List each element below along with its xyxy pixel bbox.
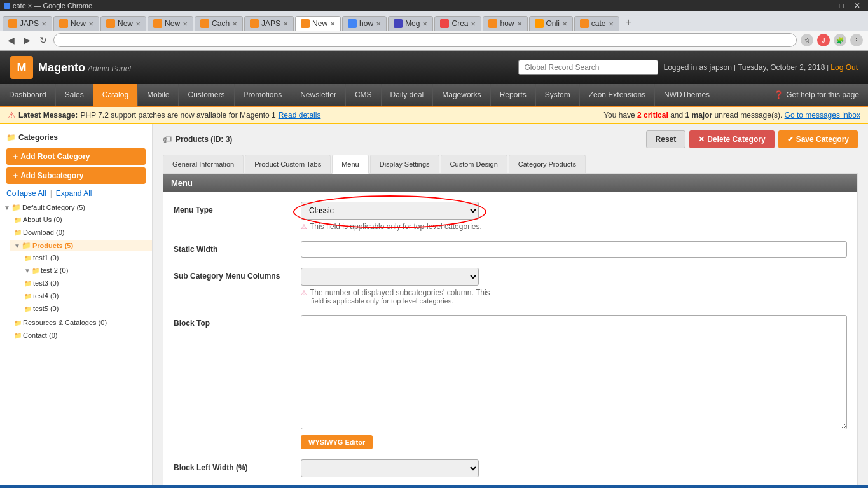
menu-type-select[interactable]: Classic Mega Menu Accordion [301, 202, 479, 220]
extension-icon[interactable]: 🧩 [834, 34, 846, 46]
browser-tab-meg[interactable]: Meg ✕ [388, 16, 433, 31]
nav-mobile[interactable]: Mobile [138, 84, 179, 106]
tab-close-icon[interactable]: ✕ [422, 20, 427, 27]
add-root-category-button[interactable]: + Add Root Category [6, 148, 146, 165]
nav-cms[interactable]: CMS [346, 84, 382, 106]
block-top-textarea[interactable] [301, 315, 847, 429]
browser-tab-onli[interactable]: Onli ✕ [529, 16, 573, 31]
tree-row-resources[interactable]: 📁 Resources & Cataloges (0) [10, 317, 152, 328]
nav-help[interactable]: ❓ Get help for this page [765, 84, 868, 106]
tree-row-products[interactable]: ▼ 📁 Products (5) [10, 240, 152, 251]
tree-row-download[interactable]: 📁 Download (0) [10, 227, 152, 237]
logout-link[interactable]: Log Out [830, 63, 858, 72]
tab-close-icon[interactable]: ✕ [41, 20, 46, 27]
tab-close-icon[interactable]: ✕ [135, 20, 141, 27]
block-left-width-select[interactable] [301, 459, 479, 477]
block-top-control: WYSIWYG Editor [301, 315, 847, 449]
maximize-button[interactable]: □ [836, 1, 848, 10]
tab-close-icon[interactable]: ✕ [283, 20, 288, 27]
static-width-input[interactable] [301, 241, 847, 258]
tab-general-information[interactable]: General Information [163, 155, 244, 173]
reset-button[interactable]: Reset [646, 130, 686, 148]
sidebar-collapse-controls: Collapse All | Expand All [0, 186, 152, 200]
browser-tab-new2[interactable]: New ✕ [100, 16, 146, 31]
bookmark-icon[interactable]: ☆ [801, 34, 813, 46]
nav-newsletter[interactable]: Newsletter [291, 84, 346, 106]
tab-close-icon[interactable]: ✕ [88, 20, 93, 27]
tree-label-test3: test3 (0) [33, 279, 59, 287]
global-search-input[interactable] [518, 60, 658, 75]
tab-product-custom-tabs[interactable]: Product Custom Tabs [245, 155, 331, 173]
nav-bar: Dashboard Sales Catalog Mobile Customers… [0, 84, 868, 107]
nav-sales[interactable]: Sales [56, 84, 93, 106]
browser-tab-cach[interactable]: Cach ✕ [195, 16, 243, 31]
tab-category-products[interactable]: Category Products [509, 155, 586, 173]
browser-tab-new3[interactable]: New ✕ [148, 16, 193, 31]
browser-tab-new-active[interactable]: New ✕ [295, 16, 341, 31]
nav-nwdthemes[interactable]: NWDThemes [655, 84, 719, 106]
browser-tab-new1[interactable]: New ✕ [53, 16, 99, 31]
browser-tab-crea[interactable]: Crea ✕ [434, 16, 481, 31]
minimize-button[interactable]: ─ [820, 1, 833, 10]
menu-type-wrapper: Classic Mega Menu Accordion [301, 202, 479, 220]
profile-icon[interactable]: J [817, 34, 830, 46]
tree-row-test2[interactable]: ▼ 📁 test 2 (0) [20, 265, 152, 275]
new-tab-button[interactable]: + [621, 14, 637, 31]
nav-catalog[interactable]: Catalog [93, 84, 138, 106]
nav-daily-deal[interactable]: Daily deal [382, 84, 434, 106]
tab-close-icon[interactable]: ✕ [183, 20, 188, 27]
browser-tab-cate[interactable]: cate ✕ [574, 16, 619, 31]
sub-category-select[interactable]: 1 2 3 4 [301, 268, 479, 286]
tree-row-test3[interactable]: 📁 test3 (0) [20, 278, 152, 288]
tree-default-category: ▼ 📁 Default Category (5) 📁 About Us (0) … [0, 200, 152, 343]
message-label: Latest Message: [18, 111, 78, 120]
tree-folder-icon: 📁 [24, 293, 32, 300]
delete-category-button[interactable]: ✕ Delete Category [689, 130, 774, 148]
browser-tab-japs2[interactable]: JAPS ✕ [244, 16, 294, 31]
nav-mageworks[interactable]: Mageworks [433, 84, 490, 106]
nav-reports[interactable]: Reports [491, 84, 536, 106]
url-input[interactable]: localhost/japson/index.php/admin/catalog… [53, 33, 797, 47]
tree-row-about[interactable]: 📁 About Us (0) [10, 214, 152, 225]
expand-all-link[interactable]: Expand All [56, 189, 92, 198]
collapse-all-link[interactable]: Collapse All [6, 189, 46, 198]
tab-display-settings[interactable]: Display Settings [370, 155, 439, 173]
read-details-link[interactable]: Read details [279, 111, 321, 120]
browser-tab-japs1[interactable]: JAPS ✕ [3, 16, 52, 31]
add-subcategory-button[interactable]: + Add Subcategory [6, 167, 146, 184]
inbox-link[interactable]: Go to messages inbox [785, 111, 860, 120]
tree-row-test5[interactable]: 📁 test5 (0) [20, 303, 152, 314]
menu-type-control: Classic Mega Menu Accordion ⚠ This field… [301, 202, 847, 231]
tab-close-icon[interactable]: ✕ [471, 20, 476, 27]
tab-close-icon[interactable]: ✕ [376, 20, 381, 27]
tab-close-icon[interactable]: ✕ [330, 20, 335, 27]
tab-menu[interactable]: Menu [332, 155, 369, 174]
browser-tab-how2[interactable]: how ✕ [483, 16, 527, 31]
wysiwyg-editor-button[interactable]: WYSIWYG Editor [301, 435, 373, 449]
nav-system[interactable]: System [536, 84, 580, 106]
tree-test5: 📁 test5 (0) [20, 302, 152, 315]
tree-row-test4[interactable]: 📁 test4 (0) [20, 291, 152, 301]
tab-close-icon[interactable]: ✕ [232, 20, 237, 27]
window-controls[interactable]: ─ □ ✕ [820, 1, 864, 10]
browser-tab-how1[interactable]: how ✕ [342, 16, 387, 31]
tab-custom-design[interactable]: Custom Design [441, 155, 507, 173]
tab-close-icon[interactable]: ✕ [609, 20, 614, 27]
back-button[interactable]: ◀ [5, 34, 17, 46]
nav-zeon[interactable]: Zeon Extensions [580, 84, 655, 106]
refresh-button[interactable]: ↻ [37, 34, 50, 46]
nav-customers[interactable]: Customers [179, 84, 234, 106]
sub-category-hint2: field is applicable only for top-level c… [301, 297, 847, 305]
save-category-button[interactable]: ✔ Save Category [778, 130, 858, 148]
menu-icon[interactable]: ⋮ [850, 34, 863, 46]
tab-favicon [440, 19, 449, 28]
tree-row-default[interactable]: ▼ 📁 Default Category (5) [0, 202, 152, 213]
tab-close-icon[interactable]: ✕ [517, 20, 522, 27]
tab-close-icon[interactable]: ✕ [562, 20, 567, 27]
nav-promotions[interactable]: Promotions [235, 84, 292, 106]
nav-dashboard[interactable]: Dashboard [0, 84, 56, 106]
close-window-button[interactable]: ✕ [850, 1, 864, 10]
forward-button[interactable]: ▶ [21, 34, 33, 46]
tree-row-test1[interactable]: 📁 test1 (0) [20, 253, 152, 263]
tree-row-contact[interactable]: 📁 Contact (0) [10, 330, 152, 340]
